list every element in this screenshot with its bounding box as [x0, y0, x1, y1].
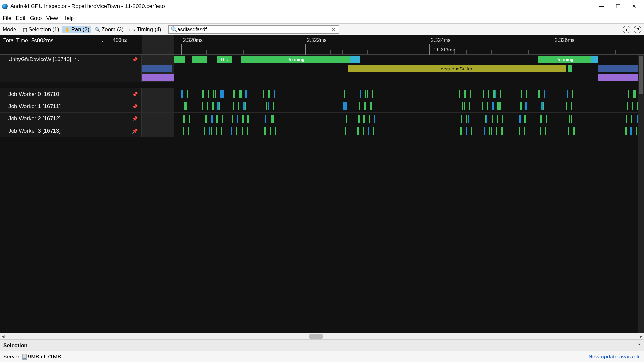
- trace-tick[interactable]: [631, 115, 632, 123]
- trace-tick[interactable]: [232, 115, 233, 123]
- trace-tick[interactable]: [544, 90, 545, 98]
- trace-tick[interactable]: [487, 102, 488, 110]
- trace-tick[interactable]: [628, 90, 629, 98]
- trace-tick[interactable]: [209, 127, 210, 135]
- trace-tick[interactable]: [470, 90, 471, 98]
- trace-tick[interactable]: [345, 127, 346, 135]
- trace-tick[interactable]: [569, 115, 570, 123]
- trace-tick[interactable]: [215, 90, 216, 98]
- maximize-button[interactable]: ☐: [610, 0, 626, 13]
- trace-tick[interactable]: [496, 127, 497, 135]
- trace-tick[interactable]: [567, 90, 568, 98]
- trace-tick[interactable]: [485, 115, 486, 123]
- trace-tick[interactable]: [216, 115, 218, 123]
- timeline[interactable]: Total Time: 5s002ms 400us 11.213ms2,320m…: [0, 35, 644, 333]
- scroll-left-icon[interactable]: ◀: [0, 334, 6, 339]
- trace-tick[interactable]: [221, 127, 222, 135]
- close-button[interactable]: ✕: [626, 0, 642, 13]
- trace-tick[interactable]: [236, 127, 237, 135]
- trace-tick[interactable]: [222, 115, 223, 123]
- track-worker[interactable]: Job.Worker 3 [16713]📌: [0, 125, 644, 137]
- trace-tick[interactable]: [633, 90, 634, 98]
- trace-tick[interactable]: [497, 102, 499, 110]
- trace-tick[interactable]: [275, 127, 276, 135]
- menu-help[interactable]: Help: [62, 15, 74, 22]
- trace-tick[interactable]: [346, 115, 347, 123]
- trace-tick[interactable]: [189, 115, 190, 123]
- trace-tick[interactable]: [183, 115, 185, 123]
- trace-tick[interactable]: [520, 102, 522, 110]
- trace-tick[interactable]: [461, 115, 462, 123]
- trace-tick[interactable]: [373, 127, 374, 135]
- trace-tick[interactable]: [634, 90, 636, 98]
- trace-tick[interactable]: [242, 127, 243, 135]
- trace-tick[interactable]: [368, 127, 369, 135]
- trace-tick[interactable]: [521, 90, 522, 98]
- trace-tick[interactable]: [464, 90, 466, 98]
- trace-tick[interactable]: [237, 115, 238, 123]
- chevron-up-icon[interactable]: ⌃: [637, 342, 641, 348]
- trace-tick[interactable]: [245, 90, 247, 98]
- trace-tick[interactable]: [264, 127, 266, 135]
- scrollbar-thumb[interactable]: [639, 56, 643, 94]
- trace-tick[interactable]: [486, 115, 487, 123]
- track-lane[interactable]: [142, 100, 638, 112]
- menu-view[interactable]: View: [46, 15, 58, 22]
- trace-tick[interactable]: [363, 115, 365, 123]
- trace-tick[interactable]: [360, 90, 361, 98]
- trace-tick[interactable]: [213, 90, 214, 98]
- vertical-scrollbar[interactable]: [638, 55, 644, 333]
- track-worker[interactable]: Job.Worker 2 [16712]📌: [0, 113, 644, 125]
- trace-tick[interactable]: [268, 102, 269, 110]
- trace-tick[interactable]: [243, 102, 245, 110]
- trace-tick[interactable]: [231, 127, 232, 135]
- trace-tick[interactable]: [543, 102, 544, 110]
- trace-tick[interactable]: [571, 115, 572, 123]
- trace-slice[interactable]: [350, 56, 360, 63]
- track-label-worker[interactable]: Job.Worker 3 [16713]📌: [0, 125, 142, 137]
- trace-tick[interactable]: [502, 115, 503, 123]
- trace-tick[interactable]: [545, 127, 546, 135]
- trace-tick[interactable]: [460, 127, 462, 135]
- trace-tick[interactable]: [188, 127, 189, 135]
- trace-tick[interactable]: [459, 90, 460, 98]
- trace-tick[interactable]: [273, 102, 274, 110]
- selection-panel[interactable]: Selection ⌃: [0, 339, 644, 351]
- track-label-unitygfx[interactable]: UnityGfxDeviceW [16740] ⌃⌄ 📌: [0, 55, 142, 64]
- scroll-right-icon[interactable]: ▶: [638, 334, 644, 339]
- trace-tick[interactable]: [359, 102, 360, 110]
- minimize-button[interactable]: —: [594, 0, 610, 13]
- trace-tick[interactable]: [187, 90, 188, 98]
- update-link[interactable]: New update available: [588, 354, 641, 360]
- menu-edit[interactable]: Edit: [16, 15, 25, 22]
- trace-tick[interactable]: [364, 102, 366, 110]
- track-lane[interactable]: [142, 113, 638, 125]
- trace-tick[interactable]: [184, 102, 186, 110]
- trace-tick[interactable]: [271, 115, 272, 123]
- trace-tick[interactable]: [540, 127, 541, 135]
- trace-tick[interactable]: [499, 102, 501, 110]
- trace-tick[interactable]: [247, 127, 248, 135]
- trace-tick[interactable]: [630, 127, 632, 135]
- trace-tick[interactable]: [233, 90, 235, 98]
- trace-slice[interactable]: [192, 56, 207, 63]
- trace-tick[interactable]: [216, 127, 217, 135]
- trace-tick[interactable]: [370, 102, 371, 110]
- trace-tick[interactable]: [358, 115, 360, 123]
- collapse-icon[interactable]: ⌃⌄: [74, 57, 80, 62]
- trace-tick[interactable]: [239, 90, 240, 98]
- track-lane[interactable]: R...RunningRunning: [142, 55, 638, 64]
- trace-tick[interactable]: [466, 127, 467, 135]
- trace-slice[interactable]: eglSwapBuffers: [598, 65, 644, 72]
- trace-tick[interactable]: [501, 127, 503, 135]
- search-input[interactable]: [178, 27, 330, 32]
- trace-tick[interactable]: [626, 115, 627, 123]
- trace-slice[interactable]: [142, 74, 174, 81]
- trace-tick[interactable]: [632, 102, 633, 110]
- trace-slice[interactable]: queueBuffer: [598, 74, 644, 81]
- track-label-worker[interactable]: Job.Worker 0 [16710]📌: [0, 88, 142, 100]
- track-unitygfx-sub1[interactable]: dequeueBuffereglSwapBuffers: [0, 64, 644, 73]
- track-unitygfx[interactable]: UnityGfxDeviceW [16740] ⌃⌄ 📌 R...Running…: [0, 55, 644, 64]
- trace-tick[interactable]: [469, 102, 470, 110]
- trace-tick[interactable]: [205, 115, 206, 123]
